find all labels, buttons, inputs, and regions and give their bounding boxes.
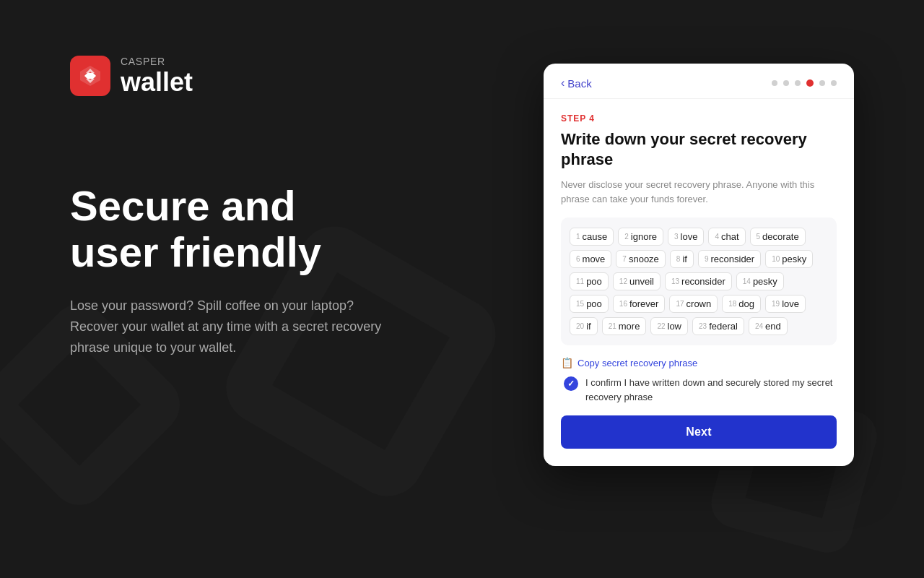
phrase-word-12: 12unveil (613, 272, 661, 290)
card-content: STEP 4 Write down your secret recovery p… (544, 99, 854, 466)
left-panel: CASPER wallet Secure and user friendly L… (70, 0, 467, 578)
logo-casper-label: CASPER (121, 56, 193, 68)
next-button[interactable]: Next (561, 415, 837, 449)
phrase-row-5: 20if 21more 22low 23federal 24end (570, 317, 828, 335)
phrase-word-23: 23federal (692, 317, 744, 335)
copy-label: Copy secret recovery phrase (578, 358, 697, 368)
phrase-row-2: 6move 7snooze 8if 9reconsider 10pesky (570, 250, 828, 268)
logo-icon (70, 56, 110, 96)
phrase-word-7: 7snooze (616, 250, 665, 268)
phrase-word-2: 2ignore (618, 228, 663, 246)
modal-card: ‹ Back STEP 4 Write down your secret rec… (544, 64, 854, 466)
dot-4-active (806, 79, 814, 87)
back-label: Back (567, 77, 591, 90)
phrase-word-4: 4chat (708, 228, 745, 246)
copy-icon: 📋 (561, 357, 573, 368)
phrase-word-6: 6move (570, 250, 611, 268)
logo-text: CASPER wallet (121, 56, 193, 96)
back-button[interactable]: ‹ Back (561, 77, 592, 90)
logo-container: CASPER wallet (70, 56, 467, 96)
phrase-word-10: 10pesky (765, 250, 813, 268)
card-nav: ‹ Back (544, 64, 854, 99)
phrase-word-1: 1cause (570, 228, 614, 246)
phrase-word-16: 16forever (613, 295, 666, 313)
step-description: Never disclose your secret recovery phra… (561, 178, 837, 206)
hero-heading-line2: user friendly (70, 228, 321, 275)
step-title: Write down your secret recovery phrase (561, 129, 837, 169)
checkmark-icon: ✓ (567, 379, 575, 389)
phrase-word-22: 22low (650, 317, 688, 335)
hero-heading-line1: Secure and (70, 182, 296, 229)
phrase-word-15: 15poo (570, 295, 609, 313)
phrase-row-4: 15poo 16forever 17crown 18dog 19love (570, 295, 828, 313)
phrase-word-24: 24end (749, 317, 788, 335)
phrase-row-3: 11poo 12unveil 13reconsider 14pesky (570, 272, 828, 290)
dot-5 (819, 80, 825, 86)
phrase-word-5: 5decorate (750, 228, 806, 246)
back-chevron-icon: ‹ (561, 77, 565, 90)
phrase-word-11: 11poo (570, 272, 609, 290)
dot-1 (772, 80, 777, 86)
dot-2 (783, 80, 789, 86)
phrase-word-19: 19love (765, 295, 806, 313)
phrase-word-9: 9reconsider (698, 250, 761, 268)
phrase-word-20: 20if (570, 317, 598, 335)
phrase-word-21: 21more (602, 317, 647, 335)
step-dots (772, 79, 837, 87)
confirm-checkbox[interactable]: ✓ (564, 376, 578, 391)
hero-heading: Secure and user friendly (70, 183, 467, 275)
hero-body: Lose your password? Spill coffee on your… (70, 296, 402, 358)
casper-logo-svg (77, 63, 103, 89)
phrase-word-14: 14pesky (736, 272, 784, 290)
phrase-word-13: 13reconsider (665, 272, 732, 290)
phrase-word-3: 3love (668, 228, 704, 246)
phrase-word-8: 8if (670, 250, 694, 268)
step-label: STEP 4 (561, 113, 837, 124)
phrase-word-17: 17crown (669, 295, 718, 313)
dot-3 (795, 80, 801, 86)
checkbox-row: ✓ I confirm I have written down and secu… (561, 376, 837, 404)
checkbox-label: I confirm I have written down and secure… (585, 376, 834, 404)
phrase-row-1: 1cause 2ignore 3love 4chat 5decorate (570, 228, 828, 246)
dot-6 (831, 80, 837, 86)
logo-wallet-label: wallet (121, 68, 193, 97)
copy-button[interactable]: 📋 Copy secret recovery phrase (561, 354, 697, 376)
phrase-grid: 1cause 2ignore 3love 4chat 5decorate 6mo… (561, 217, 837, 345)
phrase-word-18: 18dog (722, 295, 761, 313)
